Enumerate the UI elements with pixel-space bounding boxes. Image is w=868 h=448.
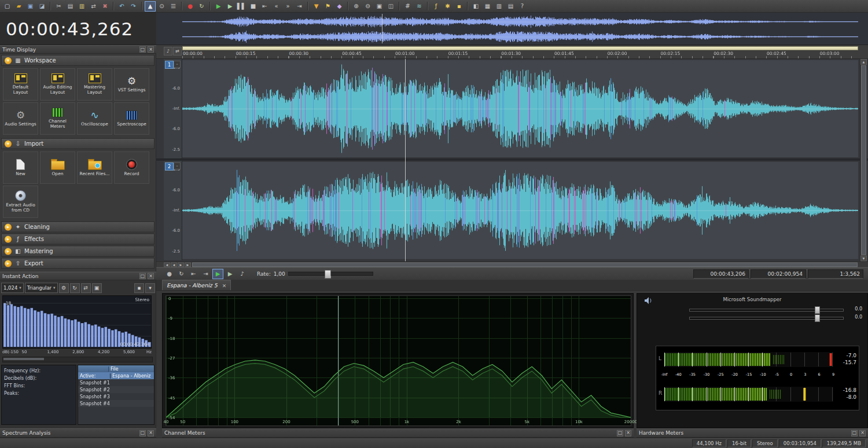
extract-cd-button[interactable]: Extract Audio from CD <box>3 186 38 218</box>
overview-left-canvas[interactable] <box>182 14 858 29</box>
default-layout-button[interactable]: Default Layout <box>3 68 38 101</box>
pause-icon[interactable]: ▌▌ <box>236 1 247 12</box>
scrollbar-thumb[interactable] <box>861 65 866 255</box>
monitor-button[interactable]: ♪ <box>237 269 248 279</box>
new-button[interactable]: New <box>3 151 38 184</box>
section-header-mastering[interactable]: ▸◧Mastering <box>1 246 155 257</box>
close-button[interactable]: × <box>148 46 154 53</box>
channel-2-waveform[interactable] <box>182 162 858 259</box>
vst-settings-button[interactable]: ⚙VST Settings <box>114 68 149 101</box>
open-file-icon[interactable]: ▰ <box>13 1 24 12</box>
waveform-editor[interactable]: -2.5-6.0-Inf.-6.0-2.5 -2.5-6.0-Inf.-6.0-… <box>156 59 868 261</box>
file-tab[interactable]: Espana - Albeniz 5 × <box>162 280 231 290</box>
vertical-scrollbar[interactable]: ▲ ▼ <box>860 59 867 261</box>
save-icon[interactable]: ▣ <box>25 1 36 12</box>
snapshot-row[interactable]: Snapshot #2: <box>78 386 154 393</box>
expand-icon[interactable]: ▸ <box>5 224 12 231</box>
trash-icon[interactable]: ✖ <box>100 1 111 12</box>
fft-size-select[interactable]: 1,024 ▾ <box>1 283 24 293</box>
edit-tool-icon[interactable]: ▲ <box>145 1 156 12</box>
play-all-icon[interactable]: ▶ <box>225 1 236 12</box>
output-meters[interactable]: L -7.0-15.7 -Inf-40-35-30-25-20-15-10-50… <box>656 346 859 410</box>
record-icon[interactable]: ● <box>185 1 196 12</box>
section-header-import[interactable]: ▾⇩Import <box>1 138 155 149</box>
refresh-icon[interactable]: ↻ <box>70 283 80 293</box>
spectrum-bars-canvas[interactable] <box>3 296 151 348</box>
mix-icon[interactable]: ⇄ <box>88 1 99 12</box>
channel-1-minimize-button[interactable]: – <box>174 61 181 68</box>
slider-track[interactable] <box>689 309 844 312</box>
channel-1-badge[interactable]: 1 <box>165 61 174 69</box>
zoom-in-icon[interactable]: ⊕ <box>351 1 362 12</box>
audio-settings-button[interactable]: ⚙Audio Settings <box>3 102 38 135</box>
spectrum-hscrollbar[interactable] <box>2 357 153 362</box>
section-header-effects[interactable]: ▸ƒEffects <box>1 234 155 245</box>
snapshot-row[interactable]: Snapshot #1: <box>78 379 154 386</box>
keyboard-icon[interactable]: ▤ <box>505 1 516 12</box>
play-icon[interactable]: ▶ <box>213 1 224 12</box>
new-file-icon[interactable]: ▢ <box>2 1 13 12</box>
analyzer-graph[interactable]: 0-9-18-27-36-45-5440501002005001k2k5k10k… <box>165 295 631 426</box>
section-header-cleaning[interactable]: ▸✦Cleaning <box>1 221 155 232</box>
event-tool-icon[interactable]: ☰ <box>168 1 179 12</box>
script-2-icon[interactable]: ✱ <box>442 1 453 12</box>
expand-icon[interactable]: ▸ <box>5 248 12 255</box>
zoom-window-icon[interactable]: ◫ <box>385 1 396 12</box>
audio-editing-layout-button[interactable]: Audio Editing Layout <box>40 68 75 101</box>
horizontal-scrollbar[interactable] <box>192 262 858 267</box>
restore-button[interactable]: □ <box>139 46 146 53</box>
rewind-icon[interactable]: « <box>271 1 282 12</box>
settings-gear-icon[interactable]: ⚙ <box>59 283 69 293</box>
command-icon[interactable]: ◆ <box>334 1 345 12</box>
redo-icon[interactable]: ↷ <box>128 1 139 12</box>
cut-icon[interactable]: ✂ <box>53 1 64 12</box>
waveform-overview[interactable] <box>156 13 868 45</box>
scroll-left-icon[interactable]: ◀ <box>164 262 170 267</box>
stop-icon[interactable]: ■ <box>248 1 259 12</box>
loop-button[interactable]: ↻ <box>176 269 187 279</box>
copy-icon[interactable]: ▤ <box>65 1 76 12</box>
go-end-button[interactable]: ⇥ <box>200 269 211 279</box>
go-to-start-icon[interactable]: ⇤ <box>259 1 270 12</box>
pin-icon[interactable]: ▾ <box>145 283 155 293</box>
oscilloscope-button[interactable]: ∿Oscilloscope <box>77 102 112 135</box>
expand-icon[interactable]: ▸ <box>5 260 12 267</box>
channel-2-badge[interactable]: 2 <box>165 162 174 171</box>
rate-slider[interactable] <box>288 272 373 276</box>
snap-icon[interactable]: # <box>402 1 413 12</box>
channel-2-minimize-button[interactable]: – <box>174 162 181 169</box>
scroll-up-icon[interactable]: ▲ <box>860 59 867 65</box>
channel-1-waveform[interactable] <box>182 60 858 157</box>
lock-icon[interactable]: ▪ <box>134 283 144 293</box>
forward-icon[interactable]: » <box>282 1 293 12</box>
slider-thumb[interactable] <box>815 306 820 314</box>
time-ruler[interactable]: ♪⇄ 00:00:0000:00:1500:00:3000:00:4500:01… <box>156 45 868 59</box>
scroll-down-icon[interactable]: ▼ <box>860 256 867 261</box>
mastering-layout-button[interactable]: Mastering Layout <box>77 68 112 101</box>
channel-separator[interactable] <box>156 158 868 161</box>
restore-button[interactable]: □ <box>851 430 858 436</box>
help-icon[interactable]: ? <box>517 1 528 12</box>
marker-icon[interactable]: ▼ <box>311 1 322 12</box>
close-button[interactable]: × <box>625 430 631 436</box>
record-button[interactable]: ● <box>164 269 175 279</box>
slider-thumb[interactable] <box>815 314 820 322</box>
spectrum-graph[interactable]: Stereo -18 00:00:42,264 <box>2 295 152 349</box>
expand-icon[interactable]: ▸ <box>5 236 12 243</box>
analyzer-canvas[interactable] <box>166 296 631 425</box>
go-to-end-icon[interactable]: ⇥ <box>294 1 305 12</box>
close-button[interactable]: × <box>148 273 154 279</box>
overview-right-canvas[interactable] <box>182 29 858 44</box>
play-button[interactable]: ▶ <box>212 269 223 279</box>
auto-ripple-icon[interactable]: ≋ <box>414 1 425 12</box>
recent-files-button[interactable]: Recent Files... <box>77 151 112 184</box>
view-region-bar[interactable] <box>182 46 858 50</box>
zoom-selection-icon[interactable]: ▣ <box>374 1 385 12</box>
export-snapshot-icon[interactable]: ▣ <box>92 283 102 293</box>
section-header-workspace[interactable]: ▾▦Workspace <box>1 55 155 66</box>
window-type-select[interactable]: Triangular ▾ <box>25 283 58 293</box>
section-header-export[interactable]: ▸⇪Export <box>1 258 155 269</box>
record-button[interactable]: Record <box>114 151 149 184</box>
region-icon[interactable]: ⚑ <box>322 1 333 12</box>
zoom-out-icon[interactable]: ⊖ <box>362 1 373 12</box>
